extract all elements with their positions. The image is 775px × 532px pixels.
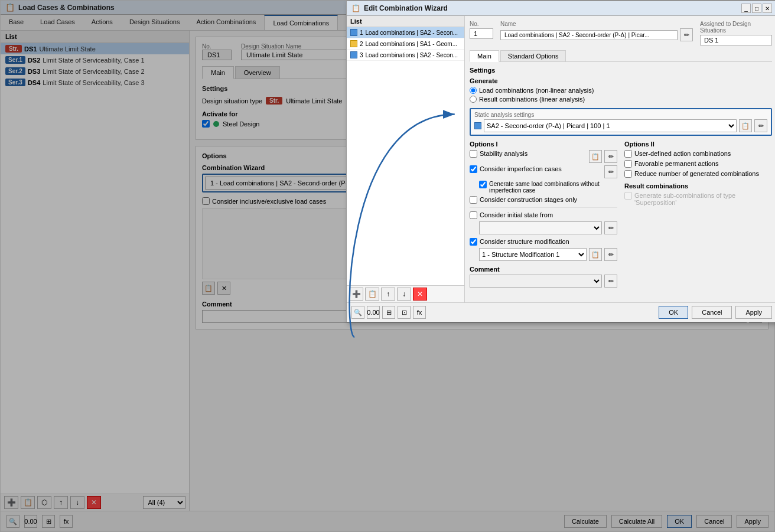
result-combinations-label: Result combinations (624, 182, 772, 190)
modal-minimize-btn[interactable]: _ (741, 4, 751, 13)
initial-state-field-row: ✏ (479, 221, 617, 234)
modal-footer-btns: OK Cancel Apply (659, 306, 772, 319)
initial-state-select[interactable] (479, 221, 602, 234)
radio-load-combo[interactable] (470, 87, 477, 94)
modal-footer: 🔍 0.00 ⊞ ⊡ fx OK Cancel Apply (347, 302, 775, 322)
modal-name-edit-btn[interactable]: ✏ (680, 28, 693, 41)
modal-item-text: Load combinations | SA2 - Secon... (366, 52, 458, 58)
modal-name-label: Name (500, 21, 693, 27)
construction-checkbox[interactable] (470, 196, 477, 204)
modal-list-toolbar: ➕ 📋 ↑ ↓ ✕ (347, 285, 464, 302)
stability-checkbox[interactable] (470, 150, 477, 158)
structure-mod-label: Consider structure modification (480, 238, 569, 245)
radio-result-combinations: Result combinations (linear analysis) (470, 96, 772, 103)
modal-list-item[interactable]: 1 Load combinations | SA2 - Secon... (347, 27, 464, 38)
generate-same-checkbox[interactable] (479, 181, 487, 188)
generate-label: Generate (470, 77, 772, 84)
modal-detail: No. 1 Name Load combinations | SA2 - Sec… (465, 16, 775, 302)
modal-body: List 1 Load combinations | SA2 - Secon..… (347, 16, 775, 302)
modal-no-value: 1 (470, 28, 493, 39)
modal-axes-btn[interactable]: ⊡ (398, 306, 411, 319)
modal-move-up-btn[interactable]: ↑ (381, 288, 395, 301)
initial-state-checkbox[interactable] (470, 211, 477, 219)
modal-list: List 1 Load combinations | SA2 - Secon..… (347, 16, 465, 302)
modal-name-value[interactable]: Load combinations | SA2 - Second-order (… (500, 30, 678, 40)
modal-delete-btn[interactable]: ✕ (413, 288, 427, 301)
main-window: 📋 Load Cases & Combinations Base Load Ca… (0, 0, 775, 532)
modal-comment-label: Comment (470, 266, 617, 273)
favorable-label: Favorable permanent actions (634, 160, 718, 167)
modal-list-item[interactable]: 3 Load combinations | SA2 - Secon... (347, 50, 464, 61)
modal-controls: _ □ ✕ (741, 4, 772, 13)
static-analysis-select[interactable]: SA2 - Second-order (P-Δ) | Picard | 100 … (484, 119, 737, 132)
modal-grid-btn[interactable]: ⊞ (382, 306, 395, 319)
modal-maximize-btn[interactable]: □ (752, 4, 761, 13)
user-defined-label: User-defined action combinations (634, 150, 731, 157)
generate-section: Generate Load combinations (non-linear a… (470, 77, 772, 105)
modal-item-text: Load combinations | SA2 - Secon... (366, 30, 458, 36)
user-defined-row: User-defined action combinations (624, 150, 772, 158)
modal-item-no: 3 (360, 52, 363, 58)
generate-sub-row: Generate sub-combinations of type 'Super… (624, 192, 772, 206)
structure-mod-checkbox[interactable] (470, 238, 477, 246)
static-add-btn[interactable]: 📋 (739, 119, 752, 132)
radio-load-combinations: Load combinations (non-linear analysis) (470, 87, 772, 94)
construction-label: Consider construction stages only (480, 196, 577, 203)
modal-item-no: 2 (360, 41, 363, 47)
modal-comment-select[interactable] (470, 275, 602, 288)
modal-apply-button[interactable]: Apply (735, 306, 772, 319)
modal-detail-header: No. 1 Name Load combinations | SA2 - Sec… (470, 21, 772, 45)
color-dot-blue (350, 29, 357, 36)
modal-tab-standard[interactable]: Standard Options (500, 50, 566, 61)
modal-fx-btn[interactable]: fx (413, 306, 426, 319)
modal-search-btn[interactable]: 🔍 (351, 306, 364, 319)
modal-close-btn[interactable]: ✕ (763, 4, 772, 13)
modal-move-dn-btn[interactable]: ↓ (397, 288, 411, 301)
static-edit-btn[interactable]: ✏ (754, 119, 767, 132)
stability-row: Stability analysis 📋 ✏ (470, 150, 617, 163)
modal-comment-edit-btn[interactable]: ✏ (604, 275, 617, 288)
divider (470, 207, 617, 208)
modal-footer-icons: 🔍 0.00 ⊞ ⊡ fx (351, 306, 426, 319)
modal-add-btn[interactable]: ➕ (349, 288, 363, 301)
generate-sub-checkbox[interactable] (624, 192, 632, 200)
radio-result-combo[interactable] (470, 96, 477, 103)
construction-row: Consider construction stages only (470, 196, 617, 204)
modal-list-item[interactable]: 2 Load combinations | SA1 - Geom... (347, 38, 464, 50)
modal-name-group: Name Load combinations | SA2 - Second-or… (500, 21, 693, 45)
structure-mod-select[interactable]: 1 - Structure Modification 1 (479, 248, 587, 261)
imperfection-label: Consider imperfection cases (480, 165, 562, 172)
radio-load-combo-label: Load combinations (non-linear analysis) (479, 87, 594, 94)
static-analysis-label: Static analysis settings (474, 112, 767, 118)
options-i: Options I Stability analysis 📋 ✏ Conside… (470, 141, 617, 288)
favorable-checkbox[interactable] (624, 160, 632, 168)
reduce-checkbox[interactable] (624, 170, 632, 178)
stability-btn[interactable]: 📋 (589, 150, 602, 163)
options-ii-label: Options II (624, 141, 772, 148)
stability-edit-btn[interactable]: ✏ (604, 150, 617, 163)
user-defined-checkbox[interactable] (624, 150, 632, 158)
static-row: SA2 - Second-order (P-Δ) | Picard | 100 … (474, 119, 767, 132)
structure-mod-field-row: 1 - Structure Modification 1 📋 ✏ (479, 248, 617, 261)
initial-state-label: Consider initial state from (480, 211, 553, 218)
modal-cancel-button[interactable]: Cancel (692, 306, 732, 319)
static-analysis-box: Static analysis settings SA2 - Second-or… (470, 108, 772, 136)
imperfection-checkbox[interactable] (470, 165, 477, 173)
modal-list-spacer (347, 250, 464, 285)
favorable-row: Favorable permanent actions (624, 160, 772, 168)
reduce-row: Reduce number of generated combinations (624, 170, 772, 178)
modal-copy-btn[interactable]: 📋 (365, 288, 379, 301)
modal-number-btn[interactable]: 0.00 (367, 306, 380, 319)
modal-assigned-label: Assigned to Design Situations (700, 21, 772, 34)
structure-mod-add-btn[interactable]: 📋 (589, 248, 602, 261)
modal-tab-main[interactable]: Main (470, 50, 499, 62)
structure-mod-edit-btn[interactable]: ✏ (604, 248, 617, 261)
imperfection-edit-btn[interactable]: ✏ (604, 165, 617, 178)
modal-comment-section: Comment ✏ (470, 266, 617, 288)
edit-combination-wizard-modal: 📋 Edit Combination Wizard _ □ ✕ List 1 L… (346, 1, 775, 322)
initial-state-edit-btn[interactable]: ✏ (604, 221, 617, 234)
modal-ok-button[interactable]: OK (659, 306, 688, 319)
result-combinations-section: Result combinations Generate sub-combina… (624, 182, 772, 206)
color-dot-yellow (350, 40, 357, 47)
modal-item-text: Load combinations | SA1 - Geom... (366, 41, 457, 47)
